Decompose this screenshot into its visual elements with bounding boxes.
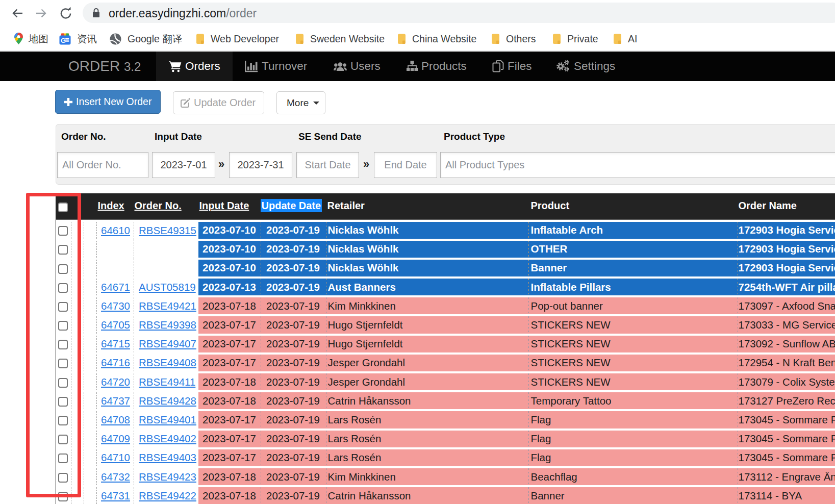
svg-text:G: G: [61, 36, 66, 44]
